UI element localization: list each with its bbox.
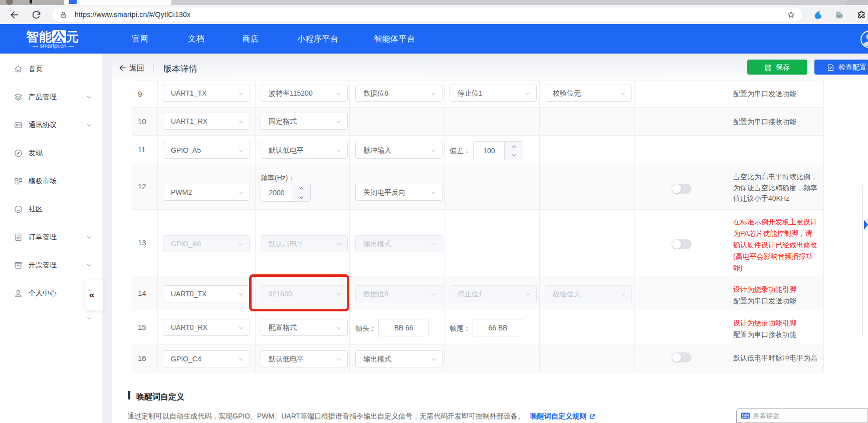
svg-text:</>: </> xyxy=(836,14,843,18)
